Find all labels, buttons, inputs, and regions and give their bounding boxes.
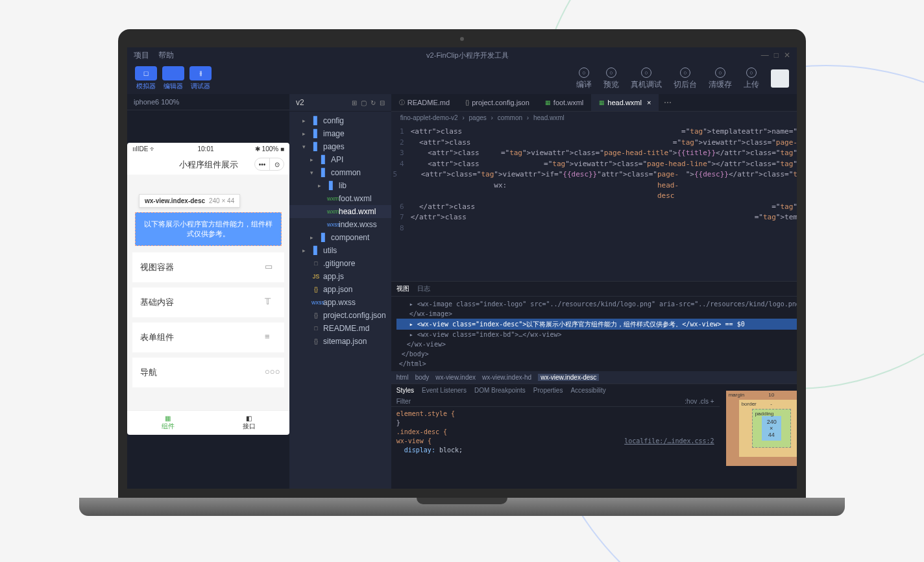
menu-item-0[interactable]: 视图容器▭ xyxy=(132,252,284,282)
tree-item[interactable]: {}app.json xyxy=(289,283,391,296)
toolbar: □模拟器编辑器⫵调试器 ○编译○预览○真机调试○切后台○清缓存○上传 xyxy=(127,63,797,94)
folder-icon: ▋ xyxy=(311,116,321,125)
tree-item[interactable]: □README.md xyxy=(289,322,391,335)
tree-item[interactable]: JSapp.js xyxy=(289,270,391,283)
inspected-element[interactable]: 以下将展示小程序官方组件能力，组件样式仅供参考。 xyxy=(135,212,282,246)
menu-item-2[interactable]: 表单组件≡ xyxy=(132,323,284,352)
styles-tab[interactable]: Styles xyxy=(396,387,414,394)
menu-help[interactable]: 帮助 xyxy=(158,50,174,61)
menu-item-3[interactable]: 导航○○○ xyxy=(132,358,284,387)
new-file-icon[interactable]: ⊞ xyxy=(352,99,357,106)
file-icon: wxml xyxy=(327,208,336,215)
cls-toggle[interactable]: .cls xyxy=(699,398,709,405)
breadcrumb-item[interactable]: fino-applet-demo-v2 xyxy=(400,114,458,121)
folder-icon: ▋ xyxy=(319,233,328,242)
styles-tab[interactable]: Properties xyxy=(533,387,563,394)
camera-dot xyxy=(460,37,464,41)
collapse-icon[interactable]: ⊟ xyxy=(380,99,385,106)
toolbar-action-1[interactable]: ○预览 xyxy=(603,67,619,90)
breadcrumb-item[interactable]: pages xyxy=(469,114,487,121)
close-icon[interactable]: ✕ xyxy=(784,51,790,60)
file-icon: wxss xyxy=(327,221,336,228)
menu-project[interactable]: 项目 xyxy=(134,50,149,61)
tabbar-api[interactable]: ◧ 接口 xyxy=(208,411,289,435)
toolbar-action-2[interactable]: ○真机调试 xyxy=(631,67,662,90)
add-rule-icon[interactable]: + xyxy=(711,398,714,405)
editor-tab[interactable]: ⓘ README.md xyxy=(391,94,457,111)
tabbar-components[interactable]: ▦ 组件 xyxy=(127,411,208,435)
tree-item[interactable]: wxmlfoot.wxml xyxy=(289,192,391,205)
tree-item[interactable]: ▸▋component xyxy=(289,231,391,244)
maximize-icon[interactable]: □ xyxy=(774,51,779,60)
tree-item[interactable]: {}project.config.json xyxy=(289,309,391,322)
tree-item[interactable]: wxmlhead.wxml xyxy=(289,205,391,218)
file-icon: {} xyxy=(311,286,321,293)
toolbar-pill-0[interactable]: □ xyxy=(135,66,157,80)
toolbar-action-4[interactable]: ○清缓存 xyxy=(709,67,732,90)
tree-item[interactable]: ▾▋pages xyxy=(289,140,391,153)
file-tree-panel: v2 ⊞ ▢ ↻ ⊟ ▸▋config▸▋image▾▋pages▸▋API▾▋… xyxy=(289,94,391,489)
tree-item[interactable]: ▸▋utils xyxy=(289,244,391,257)
tree-item[interactable]: {}sitemap.json xyxy=(289,335,391,348)
ide-window: 项目 帮助 v2-FinClip小程序开发工具 — □ ✕ □模拟器编辑器⫵调试… xyxy=(127,47,797,489)
file-icon: JS xyxy=(311,273,321,280)
editor-panel: ⓘ README.md{} project.config.json▦ foot.… xyxy=(391,94,797,489)
tree-item[interactable]: wxssapp.wxss xyxy=(289,296,391,309)
tab-overflow-icon[interactable]: ⋯ xyxy=(659,94,677,111)
toolbar-pill-2[interactable]: ⫵ xyxy=(189,66,212,80)
app-title: 小程序组件展示 xyxy=(179,160,238,169)
breadcrumb-item[interactable]: common xyxy=(498,114,522,121)
cube-icon: ◧ xyxy=(212,415,286,422)
devtools-tab[interactable]: 日志 xyxy=(417,284,430,293)
dom-crumb-item[interactable]: wx-view.index-desc xyxy=(538,374,599,381)
editor-tab[interactable]: ▦ foot.wxml xyxy=(537,94,591,111)
tree-item[interactable]: ▸▋lib xyxy=(289,179,391,192)
styles-tab[interactable]: DOM Breakpoints xyxy=(474,387,526,394)
toolbar-action-3[interactable]: ○切后台 xyxy=(674,67,697,90)
editor-tab[interactable]: {} project.config.json xyxy=(457,94,537,111)
tree-item[interactable]: ▾▋common xyxy=(289,166,391,179)
phone-simulator[interactable]: ıılIDE ᯤ 10:01 ✱ 100% ■ 小程序组件展示 ••• ⊙ xyxy=(127,143,289,435)
file-icon: wxss xyxy=(311,299,321,306)
dom-crumb-item[interactable]: wx-view.index xyxy=(435,374,476,381)
tree-item[interactable]: ▸▋image xyxy=(289,127,391,140)
hov-toggle[interactable]: :hov xyxy=(685,398,697,405)
editor-tabs: ⓘ README.md{} project.config.json▦ foot.… xyxy=(391,94,797,112)
tree-item[interactable]: ▸▋config xyxy=(289,114,391,127)
tree-item[interactable]: wxssindex.wxss xyxy=(289,218,391,231)
tree-item[interactable]: □.gitignore xyxy=(289,257,391,270)
dom-crumb-item[interactable]: body xyxy=(415,374,430,381)
tree-root[interactable]: v2 xyxy=(296,98,304,107)
toolbar-action-0[interactable]: ○编译 xyxy=(576,67,592,90)
capsule-menu-icon[interactable]: ••• xyxy=(255,158,269,170)
styles-tab[interactable]: Event Listeners xyxy=(422,387,467,394)
new-folder-icon[interactable]: ▢ xyxy=(361,99,367,106)
devtools-tab[interactable]: 视图 xyxy=(396,284,409,293)
dom-tree[interactable]: ▸ <wx-image class="index-logo" src="../r… xyxy=(391,297,797,371)
dom-crumb-item[interactable]: wx-view.index-hd xyxy=(482,374,531,381)
menu-item-1[interactable]: 基础内容𝕋 xyxy=(132,287,284,317)
toolbar-action-5[interactable]: ○上传 xyxy=(744,67,759,90)
breadcrumb-item[interactable]: head.wxml xyxy=(533,114,565,121)
editor-tab[interactable]: ▦ head.wxml× xyxy=(591,94,659,111)
toolbar-pill-1[interactable] xyxy=(162,66,184,80)
capsule: ••• ⊙ xyxy=(254,158,284,171)
styles-tab[interactable]: Accessibility xyxy=(570,387,605,394)
user-avatar[interactable] xyxy=(771,69,789,88)
box-model: margin 10 border - padding 240 × 44 xyxy=(720,384,797,489)
grid-icon: ▦ xyxy=(131,415,204,422)
close-tab-icon[interactable]: × xyxy=(647,99,651,106)
minimize-icon[interactable]: — xyxy=(761,51,769,60)
file-type-icon: {} xyxy=(465,99,469,106)
device-label: iphone6 100% xyxy=(134,98,179,106)
folder-icon: ▋ xyxy=(311,246,321,255)
code-editor[interactable]: 1<attr">class="tag">template attr">name=… xyxy=(391,124,797,281)
folder-icon: ▋ xyxy=(327,181,336,190)
styles-filter-input[interactable]: Filter xyxy=(396,398,411,405)
tree-item[interactable]: ▸▋API xyxy=(289,153,391,166)
refresh-icon[interactable]: ↻ xyxy=(371,99,376,106)
capsule-close-icon[interactable]: ⊙ xyxy=(269,158,284,170)
inspect-tooltip: wx-view.index-desc240 × 44 xyxy=(139,194,240,208)
dom-crumb-item[interactable]: html xyxy=(396,374,409,381)
css-rules[interactable]: element.style {}.index-desc {</span></di… xyxy=(391,407,720,458)
